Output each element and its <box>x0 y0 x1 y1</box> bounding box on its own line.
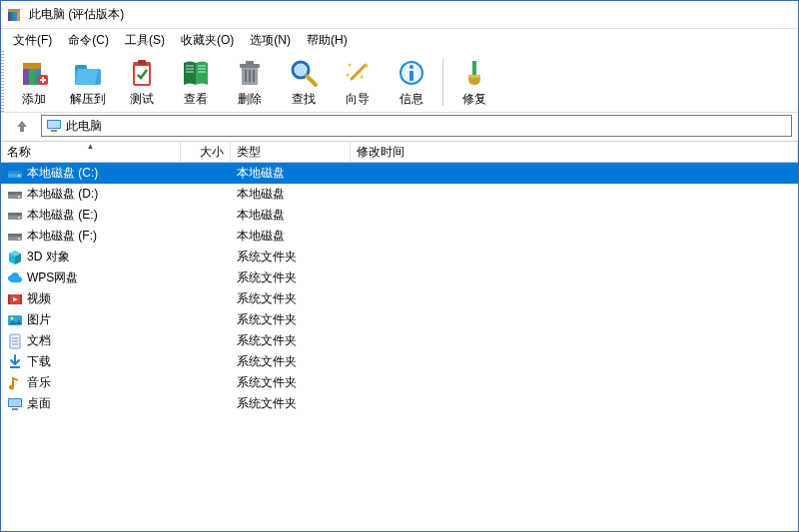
search-icon <box>288 57 320 89</box>
item-name: 本地磁盘 (D:) <box>27 186 98 203</box>
delete-button[interactable]: 删除 <box>223 55 277 110</box>
wizard-label: 向导 <box>346 91 370 108</box>
desktop-icon <box>7 396 23 412</box>
list-item[interactable]: 桌面系统文件夹 <box>1 393 798 414</box>
cell-name: 视频 <box>1 290 181 307</box>
svg-point-50 <box>18 238 20 240</box>
list-item[interactable]: WPS网盘系统文件夹 <box>1 267 798 288</box>
drive-icon <box>7 229 23 245</box>
list-item[interactable]: 本地磁盘 (C:)本地磁盘 <box>1 163 798 184</box>
svg-rect-19 <box>246 61 254 65</box>
svg-point-32 <box>409 65 413 69</box>
list-item[interactable]: 图片系统文件夹 <box>1 309 798 330</box>
drive-icon <box>7 187 23 203</box>
menu-file[interactable]: 文件(F) <box>5 30 60 51</box>
cell-name: WPS网盘 <box>1 269 181 286</box>
menu-command[interactable]: 命令(C) <box>60 30 117 51</box>
menu-help[interactable]: 帮助(H) <box>299 30 356 51</box>
menu-favorites[interactable]: 收藏夹(O) <box>173 30 242 51</box>
svg-rect-8 <box>23 63 41 69</box>
list-item[interactable]: 下载系统文件夹 <box>1 351 798 372</box>
list-body[interactable]: 本地磁盘 (C:)本地磁盘本地磁盘 (D:)本地磁盘本地磁盘 (E:)本地磁盘本… <box>1 163 798 531</box>
col-size[interactable]: 大小 <box>181 142 231 162</box>
cell-name: 音乐 <box>1 374 181 391</box>
cell-name: 文档 <box>1 332 181 349</box>
cell-name: 本地磁盘 (F:) <box>1 228 181 245</box>
cell-name: 本地磁盘 (D:) <box>1 186 181 203</box>
up-button[interactable] <box>7 115 37 137</box>
svg-rect-4 <box>8 9 20 12</box>
address-bar[interactable]: 此电脑 <box>41 115 792 137</box>
navbar: 此电脑 <box>1 113 798 141</box>
item-name: 文档 <box>27 332 51 349</box>
toolbar-separator <box>442 59 443 106</box>
item-name: 本地磁盘 (F:) <box>27 228 97 245</box>
svg-rect-46 <box>8 213 22 216</box>
cell-name: 3D 对象 <box>1 249 181 266</box>
svg-point-24 <box>295 64 307 76</box>
item-name: 下载 <box>27 353 51 370</box>
docs-icon <box>7 333 23 349</box>
cell-type: 本地磁盘 <box>231 165 351 182</box>
menu-options[interactable]: 选项(N) <box>242 30 299 51</box>
svg-rect-49 <box>8 234 22 237</box>
item-name: 本地磁盘 (C:) <box>27 165 98 182</box>
svg-rect-16 <box>138 60 146 65</box>
address-text: 此电脑 <box>66 118 102 135</box>
extract-label: 解压到 <box>70 91 106 108</box>
list-item[interactable]: 音乐系统文件夹 <box>1 372 798 393</box>
delete-label: 删除 <box>238 91 262 108</box>
svg-rect-35 <box>468 75 480 78</box>
wps-icon <box>7 270 23 286</box>
cell-name: 图片 <box>1 311 181 328</box>
item-name: 音乐 <box>27 374 51 391</box>
col-date[interactable]: 修改时间 <box>351 142 798 162</box>
list-item[interactable]: 视频系统文件夹 <box>1 288 798 309</box>
test-button[interactable]: 测试 <box>115 55 169 110</box>
list-item[interactable]: 文档系统文件夹 <box>1 330 798 351</box>
view-label: 查看 <box>184 91 208 108</box>
svg-rect-11 <box>40 79 46 81</box>
cell-type: 本地磁盘 <box>231 207 351 224</box>
cell-type: 本地磁盘 <box>231 228 351 245</box>
add-label: 添加 <box>22 91 46 108</box>
list-item[interactable]: 本地磁盘 (F:)本地磁盘 <box>1 226 798 247</box>
item-name: 图片 <box>27 311 51 328</box>
svg-rect-52 <box>8 294 10 304</box>
view-button[interactable]: 查看 <box>169 55 223 110</box>
svg-rect-38 <box>51 130 57 132</box>
add-button[interactable]: 添加 <box>7 55 61 110</box>
list-item[interactable]: 本地磁盘 (D:)本地磁盘 <box>1 184 798 205</box>
svg-point-28 <box>361 76 364 79</box>
repair-button[interactable]: 修复 <box>447 55 501 110</box>
svg-rect-53 <box>20 294 22 304</box>
cell-name: 下载 <box>1 353 181 370</box>
col-name[interactable]: ▲ 名称 <box>1 142 181 162</box>
computer-icon <box>46 119 62 133</box>
list-item[interactable]: 3D 对象系统文件夹 <box>1 247 798 267</box>
download-icon <box>7 354 23 370</box>
svg-rect-20 <box>245 70 247 82</box>
cell-type: 系统文件夹 <box>231 395 351 412</box>
drive-icon <box>7 208 23 224</box>
cell-type: 系统文件夹 <box>231 311 351 328</box>
cell-name: 本地磁盘 (E:) <box>1 207 181 224</box>
col-type-label: 类型 <box>237 144 261 161</box>
cell-type: 本地磁盘 <box>231 186 351 203</box>
list-item[interactable]: 本地磁盘 (E:)本地磁盘 <box>1 205 798 226</box>
svg-rect-34 <box>472 61 476 75</box>
svg-line-25 <box>307 76 316 85</box>
repair-label: 修复 <box>462 91 486 108</box>
3d-icon <box>7 250 23 266</box>
cell-type: 系统文件夹 <box>231 249 351 266</box>
menu-tools[interactable]: 工具(S) <box>117 30 173 51</box>
cell-type: 系统文件夹 <box>231 332 351 349</box>
col-type[interactable]: 类型 <box>231 142 351 162</box>
find-button[interactable]: 查找 <box>277 55 331 110</box>
window-title: 此电脑 (评估版本) <box>29 6 124 23</box>
svg-point-55 <box>11 316 14 319</box>
extract-button[interactable]: 解压到 <box>61 55 115 110</box>
wizard-button[interactable]: 向导 <box>331 55 385 110</box>
info-button[interactable]: 信息 <box>385 55 438 110</box>
music-icon <box>7 375 23 391</box>
